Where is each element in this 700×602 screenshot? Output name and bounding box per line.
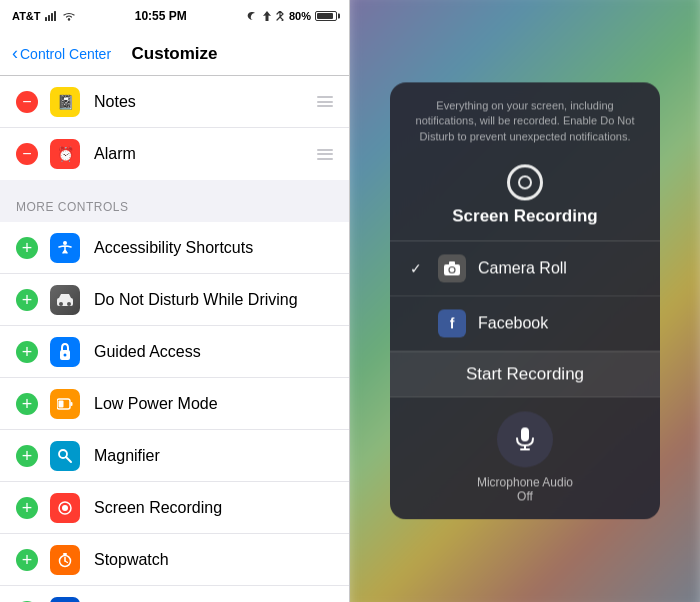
location-icon: [263, 11, 271, 21]
bluetooth-icon: [275, 11, 285, 21]
more-controls-section: + Accessibility Shortcuts + Do Not Distu…: [0, 222, 349, 602]
svg-rect-0: [45, 17, 47, 21]
list-item-magnifier: + Magnifier: [0, 430, 349, 482]
add-screen-recording-button[interactable]: +: [16, 497, 38, 519]
list-item-alarm: − ⏰ Alarm: [0, 128, 349, 180]
svg-rect-2: [51, 13, 53, 21]
add-low-power-button[interactable]: +: [16, 393, 38, 415]
page-title: Customize: [132, 44, 218, 64]
svg-point-7: [59, 302, 63, 306]
add-guided-access-button[interactable]: +: [16, 341, 38, 363]
magnifier-icon: [50, 441, 80, 471]
svg-point-17: [62, 505, 68, 511]
moon-icon: [247, 11, 259, 21]
remove-alarm-button[interactable]: −: [16, 143, 38, 165]
svg-rect-24: [449, 262, 455, 266]
mic-label: Microphone Audio Off: [477, 476, 573, 504]
camera-roll-icon: [438, 255, 466, 283]
wifi-icon: [63, 11, 75, 21]
screen-recording-label: Screen Recording: [94, 499, 333, 517]
microphone-button[interactable]: [497, 412, 553, 468]
recording-panel: Everything on your screen, including not…: [350, 0, 700, 602]
dnd-driving-icon: [50, 285, 80, 315]
list-item-screen-recording: + Screen Recording: [0, 482, 349, 534]
start-recording-row[interactable]: Start Recording: [390, 353, 660, 397]
carrier-label: AT&T: [12, 10, 41, 22]
svg-line-20: [65, 561, 68, 563]
camera-roll-label: Camera Roll: [478, 260, 567, 278]
svg-rect-1: [48, 15, 50, 21]
add-accessibility-button[interactable]: +: [16, 237, 38, 259]
svg-rect-13: [59, 400, 64, 407]
screen-recording-icon: [50, 493, 80, 523]
list-item-low-power: + Low Power Mode: [0, 378, 349, 430]
notes-label: Notes: [94, 93, 317, 111]
low-power-label: Low Power Mode: [94, 395, 333, 413]
low-power-icon: [50, 389, 80, 419]
alarm-icon: ⏰: [50, 139, 80, 169]
microphone-icon: [515, 428, 535, 452]
svg-rect-3: [54, 11, 56, 21]
nav-bar: ‹ Control Center Customize: [0, 32, 349, 76]
stopwatch-icon: [50, 545, 80, 575]
included-section: − 📓 Notes − ⏰ Alarm: [0, 76, 349, 180]
svg-rect-25: [521, 428, 529, 442]
svg-rect-12: [71, 402, 73, 406]
notes-icon: 📓: [50, 87, 80, 117]
recording-popup: Everything on your screen, including not…: [390, 82, 660, 519]
status-bar: AT&T 10:55 PM: [0, 0, 349, 32]
battery-icon: [315, 11, 337, 21]
list-item-text-size: + Aa Text Size: [0, 586, 349, 602]
guided-access-label: Guided Access: [94, 343, 333, 361]
accessibility-label: Accessibility Shortcuts: [94, 239, 333, 257]
facebook-option[interactable]: ✓ f Facebook: [390, 297, 660, 352]
list-item-stopwatch: + Stopwatch: [0, 534, 349, 586]
battery-percent: 80%: [289, 10, 311, 22]
settings-content: − 📓 Notes − ⏰ Alarm MORE: [0, 76, 349, 602]
list-item-guided-access: + Guided Access: [0, 326, 349, 378]
camera-roll-option[interactable]: ✓ Camera Roll: [390, 242, 660, 297]
back-button[interactable]: ‹ Control Center: [12, 43, 111, 64]
record-icon-outer: [507, 165, 543, 201]
start-recording-button[interactable]: Start Recording: [466, 365, 584, 385]
list-item-dnd-driving: + Do Not Disturb While Driving: [0, 274, 349, 326]
svg-point-4: [67, 18, 69, 20]
drag-handle-alarm[interactable]: [317, 149, 333, 160]
time-label: 10:55 PM: [135, 9, 187, 23]
add-stopwatch-button[interactable]: +: [16, 549, 38, 571]
alarm-label: Alarm: [94, 145, 317, 163]
guided-access-icon: [50, 337, 80, 367]
facebook-icon: f: [438, 310, 466, 338]
stopwatch-label: Stopwatch: [94, 551, 333, 569]
settings-panel: AT&T 10:55 PM: [0, 0, 350, 602]
status-left: AT&T: [12, 10, 75, 22]
mic-section: Microphone Audio Off: [390, 398, 660, 520]
magnifier-label: Magnifier: [94, 447, 333, 465]
text-size-icon: Aa: [50, 597, 80, 602]
svg-line-15: [66, 457, 71, 462]
camera-roll-check: ✓: [410, 261, 424, 277]
add-dnd-driving-button[interactable]: +: [16, 289, 38, 311]
back-label: Control Center: [20, 46, 111, 62]
drag-handle-notes[interactable]: [317, 96, 333, 107]
status-right: 80%: [247, 10, 337, 22]
svg-rect-22: [444, 265, 460, 276]
signal-icon: [45, 11, 59, 21]
more-controls-header: MORE CONTROLS: [0, 180, 349, 222]
popup-info-text: Everything on your screen, including not…: [390, 82, 660, 154]
facebook-label: Facebook: [478, 315, 548, 333]
list-item-accessibility: + Accessibility Shortcuts: [0, 222, 349, 274]
svg-point-5: [63, 241, 67, 245]
svg-point-8: [67, 302, 71, 306]
remove-notes-button[interactable]: −: [16, 91, 38, 113]
popup-header: Screen Recording: [390, 155, 660, 241]
dnd-driving-label: Do Not Disturb While Driving: [94, 291, 333, 309]
list-item-notes: − 📓 Notes: [0, 76, 349, 128]
add-magnifier-button[interactable]: +: [16, 445, 38, 467]
popup-title: Screen Recording: [452, 207, 598, 227]
svg-point-10: [64, 353, 67, 356]
accessibility-icon: [50, 233, 80, 263]
svg-rect-21: [63, 553, 67, 555]
record-icon-inner: [518, 176, 532, 190]
